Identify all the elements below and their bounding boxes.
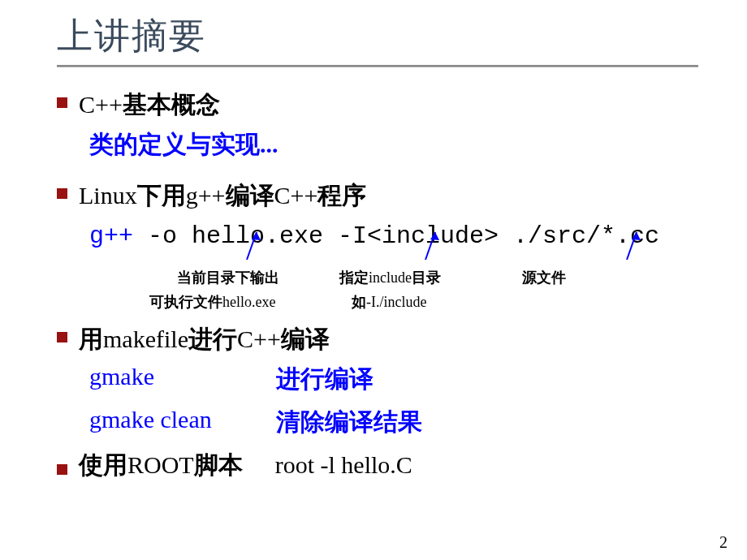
content-area: C++基本概念 类的定义与实现... Linux下用g++编译C++程序 g++…: [49, 88, 698, 480]
bullet-square-icon: [57, 464, 67, 475]
b3-cpp: C++: [237, 325, 281, 352]
b2-mid1: 下用: [137, 182, 186, 209]
ann2: 指定include目录: [339, 268, 441, 287]
ann2b: 如-I./include: [352, 292, 426, 312]
root-cmd: root -l hello.C: [275, 451, 412, 479]
b4-root: ROOT: [127, 451, 194, 478]
bullet-square-icon: [57, 332, 67, 342]
b4-prefix: 使用: [79, 451, 127, 478]
b2-cpp: C++: [274, 182, 318, 209]
code-rest: -o hello.exe -I<include> ./src/*.cc: [133, 222, 659, 250]
bullet-3: 用makefile进行C++编译: [57, 323, 698, 355]
ann1: 当前目录下输出: [177, 268, 279, 287]
gmake-clean-desc: 清除编译结果: [276, 406, 422, 439]
b1-suffix: 基本概念: [123, 91, 220, 118]
compile-block: gmake 进行编译 gmake clean 清除编译结果: [89, 363, 698, 439]
b3-makefile: makefile: [103, 325, 188, 352]
b4-suffix: 脚本: [194, 451, 243, 478]
b2-gpp: g++: [186, 182, 226, 209]
bullet-square-icon: [57, 188, 67, 199]
svg-marker-3: [430, 232, 439, 240]
bullet-1: C++基本概念: [57, 88, 698, 120]
page-number: 2: [719, 533, 728, 552]
b2-mid2: 编译: [226, 182, 274, 209]
code-gpp: g++: [89, 222, 133, 250]
bullet-2: Linux下用g++编译C++程序: [57, 179, 698, 211]
slide-title: 上讲摘要: [57, 12, 698, 60]
annotation-block: 当前目录下输出 指定include目录 源文件 可执行文件hello.exe 如…: [136, 250, 698, 315]
ann1b: 可执行文件hello.exe: [149, 292, 275, 312]
code-line: g++ -o hello.exe -I<include> ./src/*.cc: [89, 222, 698, 250]
gmake-desc: 进行编译: [276, 363, 374, 396]
sub1: 类的定义与实现...: [89, 128, 698, 160]
b3-prefix: 用: [79, 325, 103, 352]
title-underline: [57, 65, 698, 67]
arrow-2-icon: [421, 232, 445, 265]
svg-marker-5: [632, 232, 641, 240]
ann3: 源文件: [522, 268, 566, 287]
arrow-1-icon: [242, 232, 266, 265]
b2-suffix: 程序: [317, 182, 366, 209]
gmake-clean-cmd: gmake clean: [89, 406, 276, 439]
b2-linux: Linux: [79, 182, 137, 209]
gmake-cmd: gmake: [89, 363, 276, 396]
bullet-square-icon: [57, 97, 67, 108]
bullet-4: 使用ROOT脚本 root -l hello.C: [57, 449, 698, 480]
b3-suffix: 编译: [281, 325, 330, 352]
b1-prefix: C++: [79, 91, 123, 118]
b3-mid: 进行: [188, 325, 237, 352]
svg-marker-1: [252, 232, 261, 240]
arrow-3-icon: [622, 232, 646, 265]
